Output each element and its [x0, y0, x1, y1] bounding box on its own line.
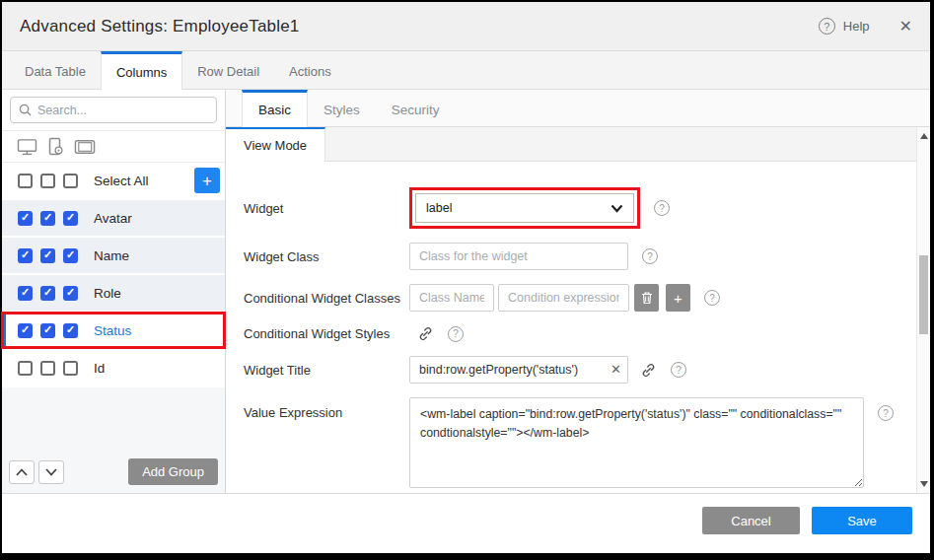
tablet-icon[interactable]	[74, 139, 96, 155]
move-down-button[interactable]	[38, 460, 64, 484]
clear-icon[interactable]: ✕	[611, 362, 621, 377]
checkbox[interactable]	[18, 286, 33, 301]
row-label: Role	[94, 286, 121, 301]
panel-tab-bar: Basic Styles Security	[226, 90, 930, 127]
conditional-classes-field-row: Conditional Widget Classes + ?	[244, 284, 906, 312]
checkbox[interactable]	[63, 323, 78, 338]
dialog-title: Advanced Settings: EmployeeTable1	[20, 17, 300, 36]
widget-title-label: Widget Title	[244, 363, 409, 378]
widget-title-input[interactable]	[409, 356, 628, 384]
cancel-button[interactable]: Cancel	[702, 507, 800, 534]
tab-security[interactable]: Security	[376, 90, 456, 126]
dialog-footer: Cancel Save	[2, 493, 930, 553]
checkbox[interactable]	[18, 323, 33, 338]
add-column-button[interactable]: +	[194, 168, 220, 193]
checkbox[interactable]	[63, 211, 78, 226]
tab-row-detail[interactable]: Row Detail	[182, 51, 274, 89]
checkbox[interactable]	[40, 361, 55, 376]
widget-class-label: Widget Class	[244, 249, 409, 264]
conditional-styles-field-row: Conditional Widget Styles ?	[244, 325, 906, 342]
conditional-styles-label: Conditional Widget Styles	[244, 326, 409, 341]
desktop-icon[interactable]	[17, 138, 37, 156]
chevron-up-icon	[16, 468, 28, 476]
condition-expression-input[interactable]	[498, 284, 629, 312]
bind-link-icon[interactable]	[417, 325, 434, 342]
checkbox[interactable]	[40, 211, 55, 226]
scrollbar-thumb[interactable]	[919, 255, 928, 334]
search-icon	[19, 104, 32, 116]
value-expression-field-row: Value Expression <wm-label caption="bind…	[244, 397, 906, 488]
basic-settings-form: Widget label ? Widget Class	[226, 162, 916, 493]
save-button[interactable]: Save	[812, 507, 912, 534]
tab-columns[interactable]: Columns	[101, 51, 182, 90]
delete-condition-button[interactable]	[634, 284, 659, 312]
add-condition-button[interactable]: +	[666, 284, 690, 312]
checkbox[interactable]	[63, 174, 78, 188]
row-label: Id	[94, 361, 105, 376]
checkbox[interactable]	[40, 286, 55, 301]
widget-field-row: Widget label ?	[244, 187, 906, 229]
checkbox[interactable]	[40, 323, 55, 338]
triangle-up-icon	[920, 133, 928, 139]
search-box[interactable]	[10, 97, 217, 123]
row-label: Status	[94, 323, 131, 338]
row-select-all[interactable]: Select All +	[2, 163, 225, 200]
tab-view-mode[interactable]: View Mode	[226, 127, 325, 162]
dialog-header: Advanced Settings: EmployeeTable1 ? Help…	[2, 2, 930, 51]
mobile-icon[interactable]	[47, 137, 64, 156]
trash-icon	[641, 291, 653, 305]
row-role[interactable]: Role	[2, 275, 225, 313]
search-row	[2, 90, 225, 131]
row-id[interactable]: Id	[2, 350, 225, 387]
row-label: Name	[94, 248, 129, 263]
device-toggle-row	[2, 131, 225, 163]
advanced-settings-dialog: Advanced Settings: EmployeeTable1 ? Help…	[2, 2, 930, 553]
tab-basic[interactable]: Basic	[242, 90, 308, 127]
help-icon[interactable]: ?	[654, 200, 670, 216]
scroll-up-button[interactable]	[917, 129, 931, 143]
scrollbar	[916, 127, 930, 493]
help-icon[interactable]: ?	[704, 290, 720, 306]
help-icon[interactable]: ?	[819, 18, 835, 35]
column-list: Select All + Avatar Name	[2, 163, 225, 387]
checkbox[interactable]	[63, 361, 78, 376]
close-icon[interactable]: ✕	[899, 17, 912, 35]
column-settings-panel: Basic Styles Security View Mode Widget	[226, 90, 930, 493]
widget-class-input[interactable]	[409, 243, 628, 270]
widget-select[interactable]: label	[415, 193, 634, 223]
row-status[interactable]: Status	[2, 313, 225, 350]
checkbox[interactable]	[18, 361, 33, 376]
checkbox[interactable]	[63, 248, 78, 263]
conditional-classes-label: Conditional Widget Classes	[244, 291, 409, 306]
checkbox[interactable]	[40, 174, 55, 188]
help-icon[interactable]: ?	[642, 248, 658, 264]
widget-class-field-row: Widget Class ?	[244, 243, 906, 270]
chevron-down-icon	[45, 468, 57, 476]
tab-data-table[interactable]: Data Table	[10, 51, 101, 89]
checkbox[interactable]	[18, 248, 33, 263]
help-label[interactable]: Help	[843, 19, 870, 34]
help-icon[interactable]: ?	[671, 362, 686, 378]
row-label: Avatar	[94, 211, 132, 226]
search-input[interactable]	[37, 104, 208, 117]
row-name[interactable]: Name	[2, 238, 225, 275]
bind-link-icon[interactable]	[640, 362, 657, 379]
add-group-button[interactable]: Add Group	[128, 458, 218, 485]
scroll-down-button[interactable]	[917, 477, 931, 491]
checkbox[interactable]	[18, 174, 33, 188]
tab-actions[interactable]: Actions	[274, 51, 346, 89]
widget-select-value: label	[426, 201, 452, 215]
row-label: Select All	[94, 174, 149, 188]
move-up-button[interactable]	[9, 460, 35, 484]
value-expression-textarea[interactable]: <wm-label caption="bind:row.getProperty(…	[409, 397, 864, 488]
help-icon[interactable]: ?	[448, 326, 464, 342]
checkbox[interactable]	[40, 248, 55, 263]
annotation-box: label	[409, 187, 640, 229]
class-name-input[interactable]	[409, 284, 494, 312]
tab-styles[interactable]: Styles	[308, 90, 376, 126]
checkbox[interactable]	[63, 286, 78, 301]
triangle-down-icon	[920, 481, 928, 487]
help-icon[interactable]: ?	[878, 405, 894, 421]
checkbox[interactable]	[18, 211, 33, 226]
row-avatar[interactable]: Avatar	[2, 200, 225, 238]
